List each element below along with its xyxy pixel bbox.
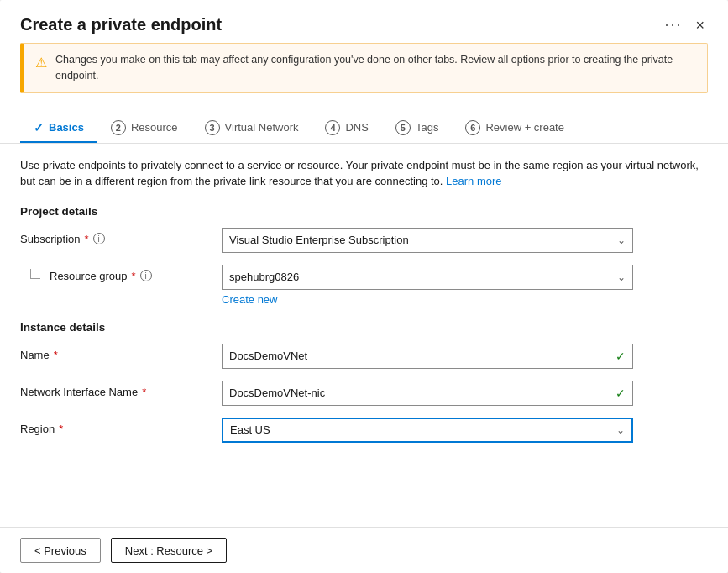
name-label: Name * [20, 344, 222, 361]
region-control: East US ⌄ [222, 418, 708, 443]
tab-tags[interactable]: 5 Tags [382, 113, 452, 144]
tab-review-label: Review + create [485, 121, 564, 134]
warning-icon: ⚠ [35, 53, 47, 73]
subscription-value: Visual Studio Enterprise Subscription [229, 234, 409, 246]
name-required: * [54, 349, 58, 361]
tab-basics[interactable]: ✓ Basics [20, 114, 97, 143]
name-check-icon: ✓ [615, 350, 626, 363]
tab-virtual-network[interactable]: 3 Virtual Network [191, 113, 312, 144]
dialog-title: Create a private endpoint [20, 15, 222, 34]
close-button[interactable]: × [692, 16, 708, 34]
nic-control: DocsDemoVNet-nic ✓ [222, 381, 708, 406]
resource-group-row: Resource group * i spehubrg0826 ⌄ Create… [20, 265, 708, 306]
create-new-link[interactable]: Create new [222, 293, 708, 306]
nic-input[interactable]: DocsDemoVNet-nic ✓ [222, 381, 633, 406]
tab-dns[interactable]: 4 DNS [312, 113, 381, 144]
resource-group-label: Resource group [50, 270, 128, 282]
subscription-dropdown[interactable]: Visual Studio Enterprise Subscription ⌄ [222, 228, 633, 253]
tab-review-create[interactable]: 6 Review + create [452, 113, 578, 144]
resource-group-required: * [132, 270, 136, 282]
network-interface-name-row: Network Interface Name * DocsDemoVNet-ni… [20, 381, 708, 406]
nic-required: * [142, 386, 146, 398]
subscription-row: Subscription * i Visual Studio Enterpris… [20, 228, 708, 253]
name-control: DocsDemoVNet ✓ [222, 344, 708, 369]
tabs-bar: ✓ Basics 2 Resource 3 Virtual Network 4 … [0, 102, 728, 144]
intro-text: Use private endpoints to privately conne… [20, 157, 708, 190]
tab-tags-label: Tags [416, 121, 438, 134]
resource-group-info-icon[interactable]: i [140, 270, 152, 281]
tab-resource[interactable]: 2 Resource [97, 113, 191, 144]
name-value: DocsDemoVNet [229, 350, 307, 362]
nic-check-icon: ✓ [615, 386, 626, 400]
nic-value: DocsDemoVNet-nic [229, 386, 325, 399]
tab-resource-num: 2 [111, 120, 126, 135]
create-private-endpoint-dialog: Create a private endpoint ··· × ⚠ Change… [0, 0, 728, 573]
resource-group-value: spehubrg0826 [229, 271, 299, 283]
region-value: East US [230, 423, 270, 436]
resource-group-control: spehubrg0826 ⌄ Create new [222, 265, 708, 306]
tab-dns-num: 4 [325, 120, 340, 135]
region-dropdown[interactable]: East US ⌄ [222, 418, 633, 443]
subscription-info-icon[interactable]: i [93, 233, 105, 244]
subscription-label: Subscription * i [20, 228, 222, 245]
subscription-chevron-icon: ⌄ [617, 234, 626, 246]
dialog-header-actions: ··· × [664, 16, 708, 34]
resource-group-dropdown[interactable]: spehubrg0826 ⌄ [222, 265, 633, 290]
region-row: Region * East US ⌄ [20, 418, 708, 443]
dialog-body: Use private endpoints to privately conne… [0, 144, 728, 528]
tab-basics-check-icon: ✓ [34, 121, 44, 134]
previous-button[interactable]: < Previous [20, 538, 101, 563]
subscription-control: Visual Studio Enterprise Subscription ⌄ [222, 228, 708, 253]
project-details-section-title: Project details [20, 205, 708, 218]
warning-banner: ⚠ Changes you make on this tab may affec… [20, 43, 708, 93]
name-row: Name * DocsDemoVNet ✓ [20, 344, 708, 369]
resource-group-chevron-icon: ⌄ [617, 271, 626, 283]
warning-text: Changes you make on this tab may affect … [55, 52, 695, 84]
tab-virtual-network-label: Virtual Network [225, 121, 299, 134]
next-button[interactable]: Next : Resource > [111, 538, 227, 563]
subscription-required: * [85, 233, 89, 245]
network-interface-name-label: Network Interface Name * [20, 381, 222, 398]
instance-details-section-title: Instance details [20, 321, 708, 334]
resource-group-label-wrap: Resource group * i [20, 265, 222, 282]
region-chevron-icon: ⌄ [616, 424, 625, 436]
dialog-footer: < Previous Next : Resource > [0, 527, 728, 573]
more-options-icon[interactable]: ··· [664, 16, 682, 34]
dialog-header: Create a private endpoint ··· × [0, 0, 728, 43]
learn-more-link[interactable]: Learn more [446, 175, 501, 187]
tab-review-num: 6 [465, 120, 480, 135]
region-required: * [59, 423, 63, 435]
region-label: Region * [20, 418, 222, 435]
tab-basics-label: Basics [49, 121, 84, 134]
intro-description: Use private endpoints to privately conne… [20, 159, 699, 188]
tab-dns-label: DNS [345, 121, 368, 134]
name-input[interactable]: DocsDemoVNet ✓ [222, 344, 633, 369]
tab-tags-num: 5 [395, 120, 411, 135]
tab-resource-label: Resource [131, 121, 178, 134]
tab-virtual-network-num: 3 [205, 120, 220, 135]
